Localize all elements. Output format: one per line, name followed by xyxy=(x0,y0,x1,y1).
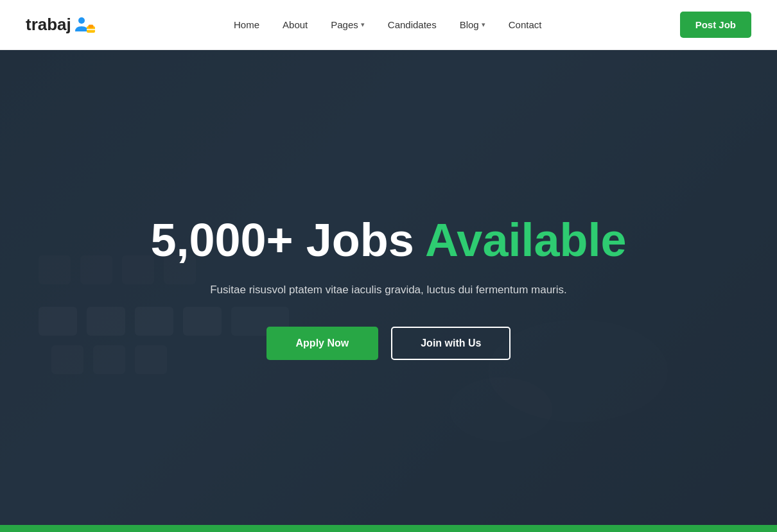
blog-chevron-icon: ▾ xyxy=(482,21,485,29)
nav-links: Home About Pages ▾ Candidates Blog ▾ Con… xyxy=(234,19,541,31)
join-with-us-button[interactable]: Join with Us xyxy=(391,327,511,360)
hero-subtitle: Fusitae risusvol ptatem vitae iaculis gr… xyxy=(150,281,626,298)
logo-text: trabaj xyxy=(26,15,71,35)
nav-item-pages[interactable]: Pages ▾ xyxy=(331,19,365,30)
hero-buttons: Apply Now Join with Us xyxy=(150,327,626,360)
logo-icon xyxy=(73,13,96,37)
nav-item-blog[interactable]: Blog ▾ xyxy=(460,19,485,30)
svg-rect-10 xyxy=(93,345,125,374)
svg-rect-5 xyxy=(87,307,125,336)
svg-rect-9 xyxy=(51,345,83,374)
nav-item-contact[interactable]: Contact xyxy=(509,19,542,31)
hero-title-part2: Available xyxy=(425,214,627,266)
nav-item-candidates[interactable]: Candidates xyxy=(388,19,437,31)
svg-rect-13 xyxy=(80,255,112,284)
svg-rect-4 xyxy=(39,307,77,336)
hero-section: 5,000+ Jobs Available Fusitae risusvol p… xyxy=(0,50,777,525)
svg-point-17 xyxy=(450,377,552,442)
svg-rect-12 xyxy=(39,255,71,284)
post-job-button[interactable]: Post Job xyxy=(680,12,751,38)
navbar: trabaj Home About Pages ▾ Candidates Blo… xyxy=(0,0,777,50)
svg-point-0 xyxy=(78,17,85,24)
search-section: Job Category ▾ Job Type ▾ Search Jobs xyxy=(0,525,777,532)
nav-item-home[interactable]: Home xyxy=(234,19,259,31)
apply-now-button[interactable]: Apply Now xyxy=(266,327,379,360)
logo[interactable]: trabaj xyxy=(26,13,96,37)
svg-rect-2 xyxy=(89,25,93,28)
pages-chevron-icon: ▾ xyxy=(361,21,365,29)
hero-title-part1: 5,000+ Jobs xyxy=(150,214,425,266)
hero-title: 5,000+ Jobs Available xyxy=(150,215,626,266)
nav-item-about[interactable]: About xyxy=(283,19,308,31)
hero-content: 5,000+ Jobs Available Fusitae risusvol p… xyxy=(137,215,639,360)
